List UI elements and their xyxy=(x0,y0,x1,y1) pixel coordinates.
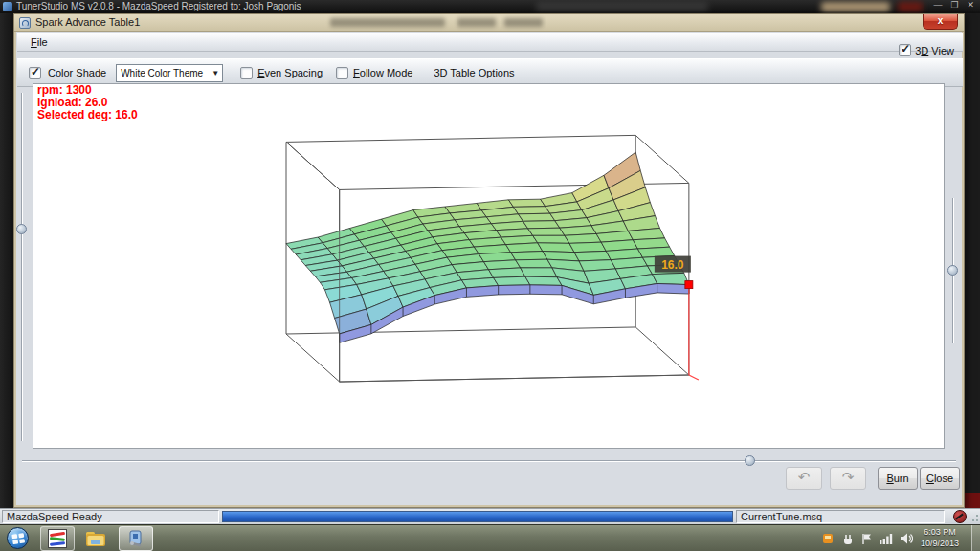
redo-button[interactable]: ↷ xyxy=(830,467,866,490)
main-window-title: TunerStudio MS v2.0.8 - MazdaSpeed Regis… xyxy=(16,1,301,11)
power-plug-icon[interactable] xyxy=(841,533,855,545)
chevron-down-icon: ▼ xyxy=(212,65,219,81)
view-3d-checkbox[interactable]: ✓ xyxy=(899,44,911,56)
tilt-slider-left-thumb[interactable] xyxy=(16,224,27,234)
tunerstudio-icon xyxy=(48,529,67,548)
dialog-title: Spark Advance Table1 xyxy=(35,16,140,28)
color-shade-label: Color Shade xyxy=(48,67,106,78)
dialog-close-button[interactable]: x xyxy=(923,14,958,30)
follow-mode-checkbox[interactable]: ✓ xyxy=(336,67,348,79)
current-tune-file: CurrentTune.msq xyxy=(736,510,945,523)
dialog-icon xyxy=(19,17,31,29)
burn-button[interactable]: Burn xyxy=(878,467,918,490)
dialog-button-row: ↶ ↷ Burn Close xyxy=(14,467,960,497)
spark-3d-surface[interactable]: 16.0 xyxy=(33,83,945,449)
menu-file[interactable]: File xyxy=(25,35,54,49)
close-button-dialog[interactable]: Close xyxy=(920,467,960,490)
main-window-left-edge xyxy=(0,13,13,524)
action-center-flag-icon[interactable] xyxy=(861,533,873,545)
clock-date: 10/9/2013 xyxy=(913,538,967,549)
main-window-titlebar: TunerStudio MS v2.0.8 - MazdaSpeed Regis… xyxy=(0,0,980,13)
rotate-slider-thumb[interactable] xyxy=(745,455,755,466)
installer-icon xyxy=(125,529,146,548)
maximize-button[interactable]: ❐ xyxy=(950,0,958,10)
table-options-menu[interactable]: 3D Table Options xyxy=(434,67,514,78)
undo-icon: ↶ xyxy=(798,469,811,485)
desktop: TunerStudio MS v2.0.8 - MazdaSpeed Regis… xyxy=(0,0,980,551)
even-spacing-checkbox[interactable]: ✓ xyxy=(240,67,253,79)
folder-icon xyxy=(84,529,107,548)
undo-button[interactable]: ↶ xyxy=(786,467,822,490)
color-theme-dropdown[interactable]: White Color Theme ▼ xyxy=(116,64,223,82)
even-spacing-label: Even Spacing xyxy=(257,67,323,78)
aero-blur-artifact xyxy=(330,18,445,27)
redo-icon: ↷ xyxy=(842,469,855,485)
main-window-right-edge xyxy=(965,13,980,508)
status-ready-text: MazdaSpeed Ready xyxy=(2,510,219,523)
follow-mode-label: Follow Mode xyxy=(353,67,412,78)
tray-app-icon[interactable] xyxy=(823,533,835,544)
main-window-red-indicator xyxy=(965,493,980,508)
rotate-slider-bottom[interactable] xyxy=(22,455,956,467)
taskbar: 6:03 PM 10/9/2013 xyxy=(0,524,980,551)
taskbar-item-tunerstudio[interactable] xyxy=(40,526,75,551)
system-tray xyxy=(823,525,913,551)
clock-time: 6:03 PM xyxy=(913,526,967,538)
tilt-slider-right-thumb[interactable] xyxy=(947,265,958,276)
aero-blur-artifact xyxy=(898,2,923,11)
statusbar: MazdaSpeed Ready CurrentTune.msq xyxy=(0,508,980,524)
view-3d-toggle[interactable]: ✓ 3D View xyxy=(899,44,954,56)
spark-advance-table-dialog: Spark Advance Table1 x File ✓ 3D View ✓ … xyxy=(13,13,965,508)
aero-blur-artifact xyxy=(504,18,543,27)
aero-blur-artifact xyxy=(457,18,496,27)
tilt-slider-left[interactable] xyxy=(16,93,28,441)
start-button[interactable] xyxy=(7,527,29,549)
view-3d-label: 3D View xyxy=(915,45,954,56)
aero-blur-artifact xyxy=(821,2,890,11)
progress-bar xyxy=(222,511,733,522)
svg-text:16.0: 16.0 xyxy=(661,258,684,272)
taskbar-item-installer[interactable] xyxy=(119,526,153,551)
color-shade-checkbox[interactable]: ✓ xyxy=(29,67,41,79)
color-theme-value: White Color Theme xyxy=(121,68,203,78)
taskbar-clock[interactable]: 6:03 PM 10/9/2013 xyxy=(913,526,967,549)
show-desktop-button[interactable] xyxy=(971,525,980,551)
dialog-titlebar[interactable]: Spark Advance Table1 x xyxy=(14,14,964,32)
tunerstudio-app-icon xyxy=(3,2,12,11)
minimize-button[interactable]: — xyxy=(933,0,942,10)
close-button[interactable]: ✕ xyxy=(967,0,974,10)
windows-flag-icon xyxy=(8,528,30,550)
menubar: File xyxy=(17,33,963,52)
resize-grip[interactable] xyxy=(969,514,979,523)
connection-status-icon[interactable] xyxy=(953,510,967,523)
cursor-info-text: rpm: 1300 ignload: 26.0 Selected deg: 16… xyxy=(37,84,138,121)
tilt-slider-right[interactable] xyxy=(947,198,959,343)
volume-icon[interactable] xyxy=(900,533,913,544)
aero-blur-artifact xyxy=(536,2,708,11)
taskbar-item-explorer[interactable] xyxy=(78,526,113,551)
network-signal-icon[interactable] xyxy=(880,533,893,544)
